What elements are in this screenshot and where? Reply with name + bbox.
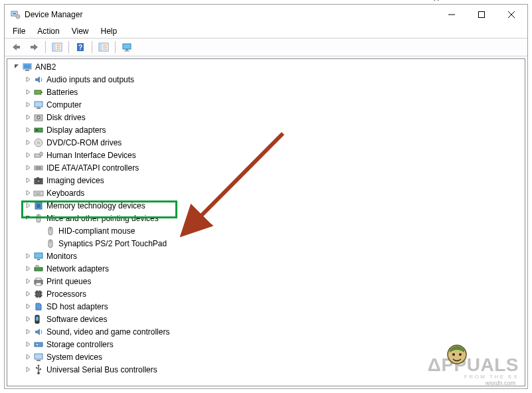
svg-rect-59 (35, 253, 43, 258)
tree-node-system[interactable]: System devices (9, 351, 525, 363)
tree-node-imaging[interactable]: Imaging devices (9, 174, 525, 187)
tree-node-monitors[interactable]: Monitors (9, 250, 525, 262)
svg-point-37 (38, 141, 40, 143)
ide-icon (33, 163, 44, 173)
show-hide-tree-button[interactable] (49, 40, 65, 54)
svg-rect-48 (37, 193, 39, 193)
titlebar[interactable]: Device Manager ↔ (5, 5, 527, 25)
svg-rect-39 (40, 152, 43, 156)
svg-rect-47 (35, 193, 37, 193)
expander-icon[interactable] (23, 112, 33, 123)
expander-icon[interactable] (23, 74, 33, 85)
expander-icon[interactable] (23, 100, 33, 110)
tree-node-storage[interactable]: Storage controllers (9, 338, 525, 351)
node-label: Computer (46, 100, 82, 110)
back-button[interactable] (9, 40, 25, 54)
tree-node-audio[interactable]: Audio inputs and outputs (9, 73, 525, 86)
tree-node-sound[interactable]: Sound, video and game controllers (9, 325, 525, 338)
toolbar: ? (5, 38, 527, 56)
tree-node-print[interactable]: Print queues (9, 275, 525, 287)
monitor-icon (33, 251, 44, 262)
menu-view[interactable]: View (66, 26, 94, 37)
usb-icon (33, 364, 44, 375)
tree-node-dvd[interactable]: DVD/CD-ROM drives (9, 136, 525, 149)
tree-node-software[interactable]: Software devices (9, 313, 525, 325)
minimize-button[interactable] (436, 5, 466, 25)
expander-icon[interactable] (23, 150, 33, 161)
svg-rect-50 (36, 194, 41, 195)
mouse-icon (45, 238, 56, 249)
expander-icon[interactable] (11, 62, 22, 72)
tree-node-synaptics[interactable]: Synaptics PS/2 Port TouchPad (9, 237, 525, 250)
close-button[interactable] (496, 5, 526, 25)
tree-node-memory[interactable]: Memory technology devices (9, 199, 525, 212)
tree-node-sd[interactable]: SD host adapters (9, 300, 525, 313)
tree-root[interactable]: ANB2 (9, 60, 525, 73)
app-icon (10, 9, 21, 20)
tree-node-disk[interactable]: Disk drives (9, 111, 525, 123)
help-button[interactable]: ? (72, 40, 88, 54)
dvd-icon (33, 137, 44, 148)
node-label: Imaging devices (46, 176, 104, 185)
expander-icon[interactable] (23, 327, 33, 337)
expander-icon[interactable] (23, 276, 33, 287)
tree-node-network[interactable]: Network adapters (9, 262, 525, 275)
disk-icon (33, 112, 44, 123)
expander-icon[interactable] (23, 175, 33, 186)
device-tree[interactable]: ANB2 Audio inputs and outputs Batteries … (7, 58, 525, 386)
expander-icon[interactable] (23, 364, 33, 375)
storage-icon (33, 339, 44, 350)
menu-file[interactable]: File (7, 26, 31, 37)
expander-icon[interactable] (23, 137, 33, 148)
node-label: Memory technology devices (46, 201, 145, 210)
tree-node-computer[interactable]: Computer (9, 98, 525, 111)
node-label: HID-compliant mouse (58, 226, 135, 236)
expander-icon[interactable] (23, 301, 33, 312)
expander-icon[interactable] (23, 314, 33, 325)
software-icon (33, 314, 44, 325)
svg-rect-34 (35, 128, 43, 132)
tree-node-hid[interactable]: Human Interface Devices (9, 149, 525, 161)
tree-node-ide[interactable]: IDE ATA/ATAPI controllers (9, 161, 525, 174)
toolbar-separator (92, 41, 92, 53)
node-label: Print queues (46, 277, 91, 286)
resize-cursor-icon: ↔ (432, 0, 441, 5)
expander-icon[interactable] (23, 251, 33, 262)
forward-button[interactable] (26, 40, 42, 54)
svg-rect-40 (35, 166, 43, 170)
menu-action[interactable]: Action (32, 26, 64, 37)
keyboard-icon (33, 188, 44, 198)
tree-node-display[interactable]: Display adapters (9, 123, 525, 136)
tree-node-mice[interactable]: Mice and other pointing devices (9, 212, 525, 224)
monitor-button[interactable] (119, 40, 135, 54)
scan-hardware-button[interactable] (96, 40, 112, 54)
speaker-icon (33, 74, 44, 85)
svg-rect-1 (13, 13, 16, 15)
svg-rect-64 (36, 278, 41, 280)
expander-icon[interactable] (23, 352, 33, 362)
computer-icon (22, 62, 33, 72)
tree-node-processors[interactable]: Processors (9, 287, 525, 300)
tree-node-batteries[interactable]: Batteries (9, 86, 525, 98)
menu-help[interactable]: Help (96, 26, 123, 37)
svg-point-44 (37, 179, 41, 183)
tree-node-keyboards[interactable]: Keyboards (9, 187, 525, 199)
expander-icon[interactable] (23, 125, 33, 135)
expander-icon[interactable] (23, 188, 33, 198)
svg-rect-80 (37, 360, 41, 361)
svg-point-33 (38, 117, 39, 118)
node-label: Display adapters (46, 125, 106, 135)
expander-icon[interactable] (23, 213, 33, 224)
tree-node-usb[interactable]: Universal Serial Bus controllers (9, 363, 525, 376)
expander-icon[interactable] (23, 264, 33, 274)
node-label: Batteries (46, 88, 78, 97)
expander-icon[interactable] (23, 339, 33, 350)
maximize-button[interactable] (466, 5, 496, 25)
expander-icon[interactable] (23, 163, 33, 173)
expander-icon[interactable] (23, 200, 33, 211)
tree-node-hid-mouse[interactable]: HID-compliant mouse (9, 224, 525, 237)
svg-rect-84 (40, 368, 41, 370)
window-controls (436, 5, 526, 25)
expander-icon[interactable] (23, 289, 33, 299)
expander-icon[interactable] (23, 87, 33, 98)
